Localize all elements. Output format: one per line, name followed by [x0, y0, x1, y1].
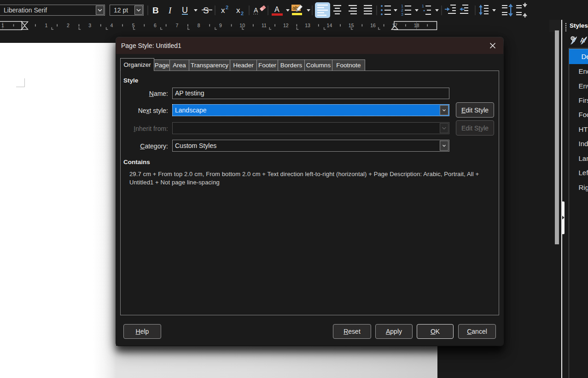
svg-text:15: 15 [349, 23, 354, 28]
svg-text:5: 5 [132, 23, 135, 28]
svg-text:A: A [274, 6, 279, 13]
svg-text:x: x [221, 6, 225, 15]
svg-text:1: 1 [1, 23, 4, 28]
svg-text:2: 2 [241, 11, 244, 16]
svg-text:12: 12 [283, 23, 289, 28]
svg-text:A: A [254, 6, 258, 14]
svg-text:S: S [203, 6, 209, 15]
svg-text:U: U [182, 6, 188, 15]
svg-text:I: I [168, 6, 172, 15]
svg-text:2: 2 [226, 5, 228, 10]
svg-text:4: 4 [110, 23, 113, 28]
svg-text:1: 1 [45, 23, 48, 28]
svg-text:18: 18 [414, 23, 419, 28]
svg-text:16: 16 [370, 23, 376, 28]
svg-text:7: 7 [175, 23, 178, 28]
svg-text:x: x [236, 6, 240, 15]
svg-text:14: 14 [327, 23, 332, 28]
svg-text:9: 9 [219, 23, 222, 28]
svg-text:13: 13 [305, 23, 310, 28]
svg-text:10: 10 [239, 23, 245, 28]
svg-text:11: 11 [262, 23, 267, 28]
svg-text:1: 1 [422, 4, 424, 8]
svg-text:B: B [152, 6, 159, 15]
svg-text:6: 6 [154, 23, 157, 28]
svg-text:2: 2 [67, 23, 70, 28]
svg-text:3: 3 [88, 23, 91, 28]
svg-text:8: 8 [198, 23, 200, 28]
svg-text:3: 3 [401, 12, 403, 17]
